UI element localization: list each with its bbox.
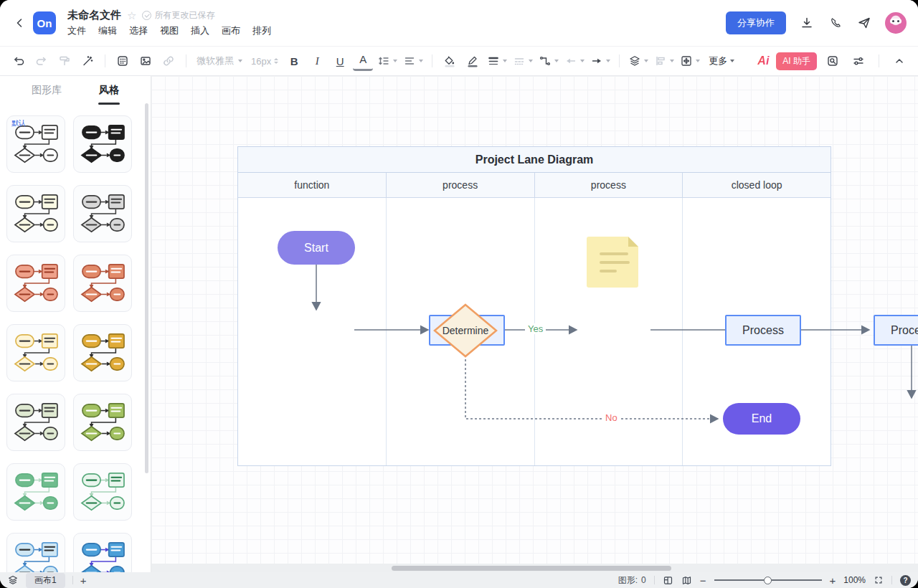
diagram-title[interactable]: Project Lane Diagram (238, 147, 831, 173)
tab-shape-library[interactable]: 图形库 (29, 77, 65, 103)
link-icon (162, 54, 175, 67)
chevron-down-icon (730, 60, 734, 62)
star-icon[interactable]: ☆ (127, 9, 136, 22)
style-card-green[interactable] (6, 463, 65, 521)
line-width-button[interactable] (486, 51, 508, 71)
style-card-gray[interactable] (73, 185, 132, 242)
style-card-cream[interactable] (6, 185, 65, 242)
lane-header-process-1[interactable]: process (387, 173, 535, 197)
toolbar-divider (879, 54, 879, 67)
call-button[interactable] (828, 15, 843, 31)
font-color-button[interactable]: A (353, 51, 373, 71)
edge-label-no[interactable]: No (602, 412, 620, 423)
menu-file[interactable]: 文件 (67, 24, 86, 37)
lane-header-closed-loop[interactable]: closed loop (683, 173, 831, 197)
node-end[interactable]: End (723, 403, 800, 435)
menu-insert[interactable]: 插入 (191, 24, 209, 37)
menu-select[interactable]: 选择 (129, 24, 148, 37)
lane-header-process-2[interactable]: process (535, 173, 683, 197)
user-avatar[interactable] (885, 12, 907, 34)
fill-color-button[interactable] (440, 51, 460, 71)
insert-link-button[interactable] (158, 51, 179, 71)
zoom-slider-knob[interactable] (764, 577, 772, 584)
fullscreen-button[interactable] (874, 575, 884, 585)
more-button[interactable]: 更多 (704, 54, 739, 67)
ai-logo[interactable]: Ai (756, 54, 770, 67)
style-card-olive[interactable] (73, 394, 132, 451)
style-card-black[interactable] (73, 115, 132, 173)
italic-button[interactable]: I (307, 51, 327, 71)
line-height-button[interactable] (376, 51, 399, 71)
node-start[interactable]: Start (278, 231, 355, 265)
node-process-3[interactable]: Process (874, 315, 918, 346)
collapse-toolbar-button[interactable] (889, 51, 909, 71)
magic-wand-button[interactable] (77, 51, 98, 71)
ai-assistant-button[interactable]: AI 助手 (776, 52, 817, 70)
find-replace-button[interactable] (823, 51, 843, 71)
format-painter-button[interactable] (55, 51, 75, 71)
canvas-list-button[interactable] (7, 574, 19, 586)
back-button[interactable] (10, 14, 29, 32)
style-card-pale-green[interactable] (73, 463, 132, 521)
panels-button[interactable] (663, 575, 673, 586)
canvas-size-button[interactable] (678, 51, 701, 71)
zoom-in-button[interactable]: + (830, 574, 836, 587)
menu-arrange[interactable]: 排列 (252, 24, 271, 37)
insert-image-button[interactable] (136, 51, 156, 71)
style-card-sky[interactable] (6, 533, 65, 572)
drawing-canvas[interactable]: Project Lane Diagram function process pr… (151, 76, 918, 572)
send-button[interactable] (856, 15, 872, 31)
settings-button[interactable] (848, 51, 869, 71)
background-pattern-button[interactable] (113, 51, 133, 71)
document-title[interactable]: 未命名文件 (67, 9, 121, 22)
style-card-salmon[interactable] (73, 255, 132, 312)
zoom-slider[interactable] (714, 576, 822, 584)
line-style-button[interactable] (511, 51, 534, 71)
minimap-button[interactable] (681, 575, 692, 586)
arrow-start-button[interactable] (563, 51, 586, 71)
node-determine[interactable]: Determine (433, 303, 498, 358)
style-card-salmon-light[interactable] (6, 255, 65, 312)
text-align-button[interactable] (402, 51, 425, 71)
node-process-2[interactable]: Process (725, 315, 801, 346)
zoom-level[interactable]: 100% (843, 575, 866, 585)
arrow-end-button[interactable] (589, 51, 612, 71)
menu-edit[interactable]: 编辑 (98, 24, 117, 37)
menu-view[interactable]: 视图 (160, 24, 179, 37)
style-card-default[interactable]: 默认 (6, 115, 65, 173)
align-objects-button[interactable] (653, 51, 676, 71)
share-collaborate-button[interactable]: 分享协作 (726, 11, 786, 34)
menu-canvas[interactable]: 画布 (222, 24, 240, 37)
edge-label-yes[interactable]: Yes (525, 323, 546, 334)
download-button[interactable] (799, 15, 815, 31)
app-logo[interactable]: On (33, 11, 56, 34)
layer-order-button[interactable] (627, 51, 650, 71)
tab-style[interactable]: 风格 (96, 77, 122, 103)
style-card-blue[interactable] (73, 533, 132, 572)
sticky-note[interactable] (587, 237, 638, 288)
help-button[interactable]: ? (900, 575, 911, 586)
lane-header-function[interactable]: function (238, 173, 387, 197)
node-determine-label: Determine (433, 303, 498, 358)
magic-wand-icon (81, 54, 94, 67)
zoom-out-button[interactable]: − (700, 574, 706, 587)
sidebar-scrollbar[interactable] (145, 103, 148, 473)
style-card-gold[interactable] (73, 324, 132, 381)
style-card-sage[interactable] (6, 394, 65, 451)
font-size-stepper[interactable]: 16px (248, 56, 281, 67)
redo-button[interactable] (32, 51, 52, 71)
undo-button[interactable] (9, 51, 29, 71)
canvas-tab[interactable]: 画布1 (26, 573, 65, 588)
border-color-button[interactable] (463, 51, 483, 71)
style-thumbnail (80, 332, 126, 374)
horizontal-scrollbar[interactable] (392, 566, 671, 571)
download-icon (800, 16, 814, 30)
line-width-icon (487, 54, 500, 67)
font-family-select[interactable]: 微软雅黑 (194, 54, 245, 67)
bold-button[interactable]: B (284, 51, 304, 71)
connector-type-button[interactable] (537, 51, 560, 71)
underline-button[interactable]: U (330, 51, 350, 71)
check-circle-icon (142, 11, 151, 20)
add-canvas-button[interactable]: + (80, 575, 87, 586)
style-card-pale-yellow[interactable] (6, 324, 65, 381)
